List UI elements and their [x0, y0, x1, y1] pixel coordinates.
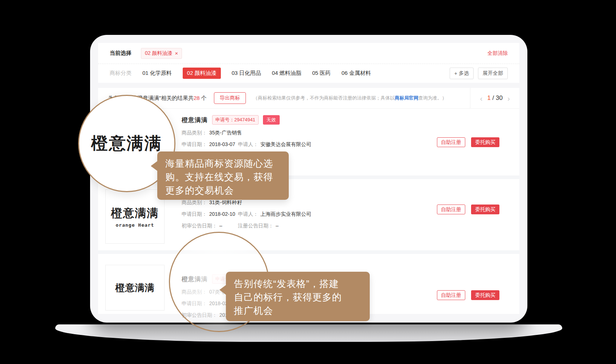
enlarged-trademark-text: 橙意满满	[91, 132, 162, 155]
pagination-text: 1 / 30	[487, 94, 503, 102]
tooltip-line: 更多的交易机会	[165, 184, 281, 197]
selected-filter-chip[interactable]: 02 颜料油漆 ×	[141, 48, 182, 59]
trademark-office-link[interactable]: 商标局官网	[395, 95, 418, 101]
multi-select-button[interactable]: + 多选	[450, 68, 474, 79]
stage: 当前选择 02 颜料油漆 × 全部清除 商标分类 01 化学原料 02 颜料油漆…	[0, 0, 616, 364]
category-item-04[interactable]: 04 燃料油脂	[272, 70, 301, 77]
self-register-button[interactable]: 自助注册	[437, 205, 465, 214]
trademark-thumbnail[interactable]: 橙意满满 orange Heart	[105, 189, 165, 244]
disclaimer-prefix: （商标检索结果仅供参考，不作为商标能否注册的法律依据；具体以	[253, 95, 395, 101]
export-trademarks-button[interactable]: 导出商标	[214, 92, 246, 104]
current-selection-row: 当前选择 02 颜料油漆 × 全部清除	[98, 43, 519, 64]
category-item-03[interactable]: 03 日化用品	[232, 70, 261, 77]
tooltip-line: 推广机会	[234, 304, 362, 318]
results-count: 28	[194, 95, 200, 101]
tooltip-line: 海量精品商标资源随心选	[165, 157, 281, 170]
expand-all-label: 展开全部	[483, 70, 503, 77]
application-number-tag: 申请号：29474941	[212, 115, 259, 125]
selected-filter-chip-label: 02 颜料油漆	[145, 50, 172, 57]
field-value: 35类-广告销售	[209, 130, 242, 136]
total-pages: 30	[496, 94, 503, 101]
field-label: 初审公告日期：	[182, 223, 217, 228]
row-actions: 自助注册 委托购买	[437, 205, 499, 214]
category-row-label: 商标分类	[110, 70, 131, 77]
current-selection-label: 当前选择	[110, 50, 131, 57]
entrust-buy-button[interactable]: 委托购买	[471, 137, 499, 147]
disclaimer-suffix: 查询为准。）	[418, 95, 447, 101]
trademark-image-text: 橙意满满	[111, 206, 159, 221]
field-value: 31类-饲料种籽	[209, 199, 242, 205]
category-item-06[interactable]: 06 金属材料	[341, 70, 371, 77]
tooltip-arrow-icon	[219, 285, 226, 295]
current-page: 1	[487, 94, 490, 101]
chevron-right-icon[interactable]: ›	[507, 94, 510, 102]
expand-all-button[interactable]: 展开全部	[478, 68, 508, 79]
chevron-left-icon[interactable]: ‹	[480, 94, 482, 102]
category-item-02-selected[interactable]: 02 颜料油漆	[183, 68, 221, 79]
trademark-name: 橙意满满	[182, 116, 208, 124]
field-label: 申请人：	[238, 141, 258, 147]
category-tools: + 多选 展开全部	[450, 68, 508, 79]
row-divider	[98, 250, 519, 254]
row-actions: 自助注册 委托购买	[437, 290, 499, 300]
field-label: 申请人：	[238, 211, 258, 217]
laptop-base	[55, 324, 562, 342]
field-value: 2018-02-10	[209, 211, 235, 217]
page-separator: /	[493, 94, 494, 101]
field-label: 商品类别：	[182, 130, 207, 136]
tooltip-line: 自己的标行，获得更多的	[234, 291, 362, 304]
field-value: 2018-03-07	[209, 141, 235, 147]
self-register-button[interactable]: 自助注册	[437, 290, 465, 300]
self-register-button[interactable]: 自助注册	[437, 137, 465, 147]
field-value: 上海雨步实业有限公司	[260, 211, 311, 217]
results-header: 为您检索到“橙意满满”相关的结果共28 个 导出商标 （商标检索结果仅供参考，不…	[98, 88, 519, 109]
field-label: 申请日期：	[182, 141, 207, 147]
field-value: –	[276, 223, 279, 228]
trademark-image-subtext: orange Heart	[116, 222, 154, 228]
tooltip-bubble: 告别传统“发表格”，搭建 自己的标行，获得更多的 推广机会	[226, 272, 370, 321]
field-label: 申请日期：	[182, 211, 207, 217]
tooltip-line: 购。支持在线交易，获得	[165, 170, 281, 184]
field-label: 注册公告日期：	[238, 223, 273, 228]
trademark-image-text: 橙意满满	[115, 282, 155, 294]
tooltip-arrow-icon	[151, 161, 158, 171]
status-badge: 无效	[263, 115, 280, 125]
field-label: 商品类别：	[182, 199, 207, 205]
multi-select-label: 多选	[459, 70, 469, 77]
entrust-buy-button[interactable]: 委托购买	[471, 205, 499, 214]
field-value: 安徽美达会展有限公司	[260, 141, 311, 147]
tooltip-bubble: 海量精品商标资源随心选 购。支持在线交易，获得 更多的交易机会	[157, 151, 289, 200]
filter-panel: 当前选择 02 颜料油漆 × 全部清除 商标分类 01 化学原料 02 颜料油漆…	[98, 43, 519, 83]
trademark-thumbnail[interactable]: 橙意满满	[105, 265, 165, 311]
results-summary-suffix: 个	[200, 95, 207, 101]
clear-all-button[interactable]: 全部清除	[487, 50, 508, 57]
category-row: 商标分类 01 化学原料 02 颜料油漆 03 日化用品 04 燃料油脂 05 …	[98, 64, 519, 82]
field-value: –	[219, 223, 222, 228]
plus-icon: +	[454, 70, 457, 76]
pagination: ‹ 1 / 30 ›	[470, 88, 519, 108]
close-icon[interactable]: ×	[175, 50, 178, 56]
results-disclaimer: （商标检索结果仅供参考，不作为商标能否注册的法律依据；具体以商标局官网查询为准。…	[253, 95, 470, 101]
tooltip-line: 告别传统“发表格”，搭建	[234, 277, 362, 291]
category-item-05[interactable]: 05 医药	[312, 70, 331, 77]
entrust-buy-button[interactable]: 委托购买	[471, 290, 499, 300]
row-actions: 自助注册 委托购买	[437, 137, 499, 147]
category-item-01[interactable]: 01 化学原料	[142, 70, 172, 77]
